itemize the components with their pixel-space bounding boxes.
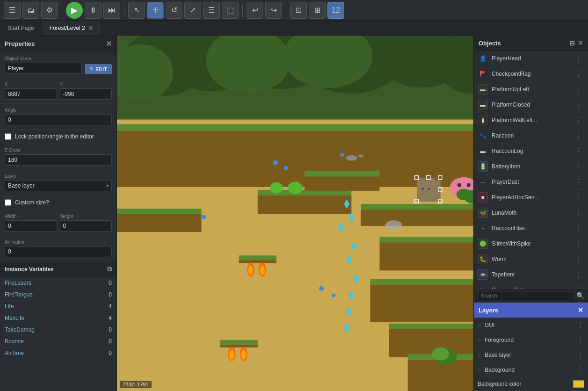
right-panel: Objects ⊟ ✕ 👤 PlayerHead ⋮ 🚩 CheckpointF…: [473, 36, 588, 391]
tab-forest-level2[interactable]: Forest/Level 2 ✕: [42, 21, 102, 35]
toolbar-preview-btn[interactable]: ⊡: [290, 2, 307, 19]
game-canvas[interactable]: 7232;-1791: [117, 36, 473, 391]
object-menu-icon[interactable]: ⋮: [573, 54, 584, 63]
properties-close-icon[interactable]: ✕: [106, 39, 112, 48]
instance-vars-expand-icon[interactable]: ⧉: [107, 265, 112, 273]
object-list-item[interactable]: ■ PlayerAdHocSen... ⋮: [474, 190, 588, 205]
layer-list-item[interactable]: ≡ Background ⋮: [474, 362, 588, 377]
object-name: RaccoonHiss: [492, 225, 573, 232]
toolbar-scale-btn[interactable]: ⤢: [184, 2, 201, 19]
object-list-item[interactable]: ▬ PlatformClosed ⋮: [474, 97, 588, 113]
object-name: PlayerDust: [492, 179, 573, 185]
object-list-item[interactable]: 🟢 SlimeWithSpike ⋮: [474, 236, 588, 252]
object-list-item[interactable]: 👤 PlayerHead ⋮: [474, 51, 588, 66]
object-menu-icon[interactable]: ⋮: [573, 101, 584, 109]
object-name: SlimeWithSpike: [492, 240, 573, 247]
svg-rect-18: [361, 210, 473, 226]
object-list-item[interactable]: — PlayerDust ⋮: [474, 174, 588, 190]
variable-row: Bounce0: [0, 336, 116, 348]
x-input[interactable]: [5, 88, 57, 100]
angle-input[interactable]: [5, 114, 112, 125]
var-value: 0: [109, 326, 112, 333]
zorder-input[interactable]: [5, 154, 112, 166]
layers-close-icon[interactable]: ✕: [578, 306, 583, 314]
object-list-item[interactable]: 🦋 LunaMoth ⋮: [474, 205, 588, 221]
layer-list-item[interactable]: ≡ Foreground ⋮: [474, 333, 588, 348]
height-input[interactable]: [60, 220, 112, 232]
width-input[interactable]: [5, 220, 57, 232]
object-icon: —: [478, 177, 488, 187]
search-input[interactable]: [478, 291, 574, 300]
bg-color-swatch[interactable]: [573, 380, 584, 388]
toolbar-build-btn[interactable]: ⚙: [41, 2, 58, 19]
object-list-item[interactable]: 🐛 Worm ⋮: [474, 252, 588, 267]
layer-select[interactable]: Base layer Foreground Background GUI: [5, 180, 112, 191]
animation-input[interactable]: [5, 246, 112, 257]
object-name-input[interactable]: [5, 63, 82, 74]
object-list-item[interactable]: 📼 TapeItem ⋮: [474, 267, 588, 282]
custom-size-checkbox[interactable]: [5, 199, 11, 206]
play-button[interactable]: ▶: [66, 2, 83, 19]
objects-filter-icon[interactable]: ⊟: [569, 39, 575, 47]
object-menu-icon[interactable]: ⋮: [573, 85, 584, 94]
toolbar-eraser-btn[interactable]: ⬚: [222, 2, 239, 19]
object-menu-icon[interactable]: ⋮: [573, 178, 584, 187]
svg-point-75: [201, 215, 206, 219]
canvas-coords: 7232;-1791: [120, 381, 152, 388]
object-menu-icon[interactable]: ⋮: [573, 239, 584, 248]
object-list-item[interactable]: ▬ RaccoonLog ⋮: [474, 144, 588, 159]
object-list-item[interactable]: 🐾 RaccoonBaby ⋮: [474, 282, 588, 289]
toolbar-undo-btn[interactable]: ↩: [247, 2, 263, 19]
edit-button[interactable]: ✎ EDIT: [85, 64, 112, 74]
layer-list-item[interactable]: ≡ GUI ⋮: [474, 318, 588, 333]
object-list-item[interactable]: 🚩 CheckpointFlag ⋮: [474, 66, 588, 82]
toolbar-extra-btn[interactable]: 12: [327, 2, 344, 19]
toolbar-step-btn[interactable]: ⏭: [103, 2, 120, 19]
object-icon: ▮: [478, 115, 488, 125]
object-menu-icon[interactable]: ⋮: [573, 116, 584, 125]
object-menu-icon[interactable]: ⋮: [573, 147, 584, 156]
toolbar-grid-btn[interactable]: ⊞: [309, 2, 326, 19]
toolbar-pause-btn[interactable]: ⏸: [85, 2, 102, 19]
object-menu-icon[interactable]: ⋮: [573, 131, 584, 140]
variable-row: FireLasers0: [0, 277, 116, 289]
object-menu-icon[interactable]: ⋮: [573, 255, 584, 264]
y-input[interactable]: [60, 88, 112, 100]
tab-start-page[interactable]: Start Page: [0, 21, 42, 35]
toolbar-rotate-btn[interactable]: ↺: [166, 2, 182, 19]
object-menu-icon[interactable]: ⋮: [573, 162, 584, 171]
lock-checkbox[interactable]: [5, 133, 11, 140]
layer-menu-icon[interactable]: ⋮: [577, 335, 584, 344]
object-list-item[interactable]: 🔋 BatteryItem ⋮: [474, 159, 588, 174]
object-menu-icon[interactable]: ⋮: [573, 193, 584, 202]
svg-point-50: [428, 188, 430, 190]
object-menu-icon[interactable]: ⋮: [573, 209, 584, 217]
toolbar-menu-btn[interactable]: ☰: [4, 2, 21, 19]
svg-rect-47: [417, 181, 441, 202]
zorder-section: Z Order: [0, 144, 116, 170]
object-list-item[interactable]: 🐾 Raccoon ⋮: [474, 128, 588, 144]
toolbar-project-btn[interactable]: 🗂: [22, 2, 39, 19]
object-name: LunaMoth: [492, 210, 573, 216]
object-list-item[interactable]: ▮ PlatformWallLeft... ⋮: [474, 113, 588, 128]
toolbar-redo-btn[interactable]: ↪: [265, 2, 282, 19]
svg-point-76: [319, 286, 324, 290]
objects-close-icon[interactable]: ✕: [578, 39, 583, 47]
tab-close-icon[interactable]: ✕: [88, 24, 94, 32]
object-list-item[interactable]: ▬ PlatformUpLeft ⋮: [474, 82, 588, 97]
layers-list: ≡ GUI ⋮ ≡ Foreground ⋮ ≡ Base layer ⋮ ≡ …: [474, 318, 588, 377]
layer-menu-icon[interactable]: ⋮: [577, 365, 584, 374]
object-menu-icon[interactable]: ⋮: [573, 224, 584, 233]
layer-list-item[interactable]: ≡ Base layer ⋮: [474, 348, 588, 362]
toolbar-move-btn[interactable]: ✛: [147, 2, 164, 19]
svg-point-60: [467, 183, 471, 187]
layer-name: Background: [485, 367, 577, 373]
object-list-item[interactable]: ·· RaccoonHiss ⋮: [474, 221, 588, 236]
toolbar-tile-btn[interactable]: ☰: [203, 2, 220, 19]
object-menu-icon[interactable]: ⋮: [573, 70, 584, 79]
object-menu-icon[interactable]: ⋮: [573, 270, 584, 279]
layer-menu-icon[interactable]: ⋮: [577, 320, 584, 329]
object-icon: 🚩: [478, 69, 488, 79]
layer-menu-icon[interactable]: ⋮: [577, 350, 584, 359]
toolbar-select-btn[interactable]: ↖: [128, 2, 145, 19]
